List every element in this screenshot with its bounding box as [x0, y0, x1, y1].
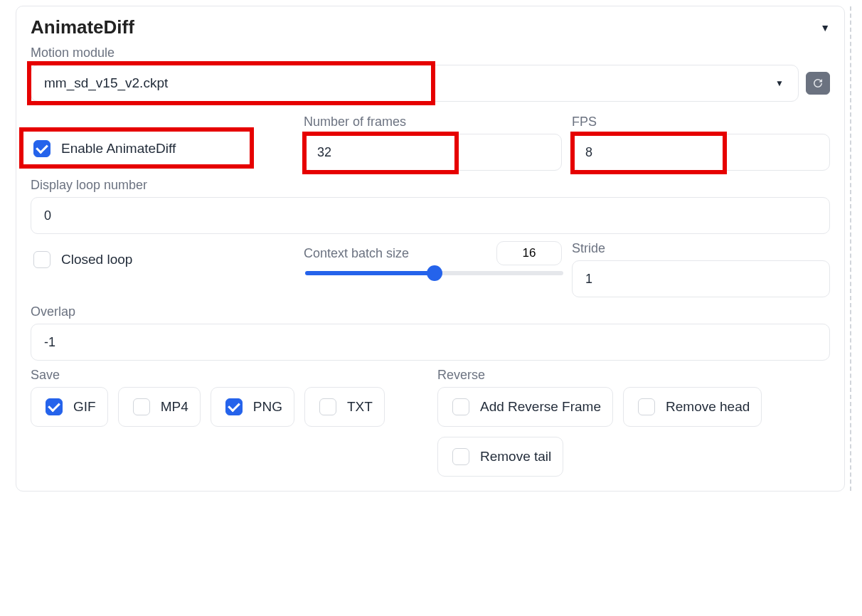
motion-module-label: Motion module — [31, 46, 830, 60]
reverse-checkbox-remove-head[interactable] — [638, 398, 655, 415]
enable-animatediff-label: Enable AnimateDiff — [61, 141, 176, 156]
save-option-gif[interactable]: GIF — [31, 387, 108, 427]
refresh-button[interactable] — [806, 72, 830, 95]
save-option-png[interactable]: PNG — [211, 387, 294, 427]
refresh-icon — [812, 77, 824, 90]
save-section: Save GIFMP4PNGTXT — [31, 368, 423, 477]
save-option-label: PNG — [253, 399, 282, 415]
reverse-checkbox-add-reverse-frame[interactable] — [452, 398, 469, 415]
motion-module-select[interactable]: mm_sd_v15_v2.ckpt ▼ — [31, 65, 799, 102]
save-checkbox-mp4[interactable] — [133, 398, 150, 415]
reverse-option-remove-head[interactable]: Remove head — [623, 387, 762, 427]
reverse-option-label: Remove head — [666, 399, 750, 415]
save-checkbox-gif[interactable] — [46, 398, 63, 415]
closed-loop-label: Closed loop — [61, 252, 132, 267]
motion-module-field: Motion module mm_sd_v15_v2.ckpt ▼ — [31, 46, 830, 102]
closed-loop-row[interactable]: Closed loop — [31, 241, 294, 278]
display-loop-field: Display loop number — [31, 178, 830, 234]
reverse-option-add-reverse-frame[interactable]: Add Reverse Frame — [437, 387, 613, 427]
frames-input[interactable] — [304, 134, 562, 171]
save-option-mp4[interactable]: MP4 — [118, 387, 201, 427]
overlap-input[interactable] — [31, 324, 830, 361]
save-label: Save — [31, 368, 423, 383]
fps-label: FPS — [572, 115, 830, 129]
motion-module-value: mm_sd_v15_v2.ckpt — [44, 75, 168, 91]
closed-loop-checkbox[interactable] — [33, 251, 50, 268]
chevron-down-icon: ▼ — [775, 78, 784, 88]
stride-label: Stride — [572, 241, 830, 256]
overlap-label: Overlap — [31, 304, 830, 319]
reverse-section: Reverse Add Reverse FrameRemove headRemo… — [437, 368, 830, 477]
reverse-option-label: Add Reverse Frame — [480, 399, 601, 415]
animatediff-panel: AnimateDiff ▼ Motion module mm_sd_v15_v2… — [16, 6, 845, 492]
display-loop-input[interactable] — [31, 197, 830, 234]
reverse-option-remove-tail[interactable]: Remove tail — [437, 437, 563, 477]
enable-animatediff-checkbox[interactable] — [33, 140, 50, 157]
stride-input[interactable] — [572, 260, 830, 297]
save-option-txt[interactable]: TXT — [304, 387, 385, 427]
save-option-label: GIF — [73, 399, 96, 415]
save-checkbox-txt[interactable] — [319, 398, 336, 415]
fps-input[interactable] — [572, 134, 830, 171]
context-number-input[interactable] — [496, 241, 562, 265]
context-label: Context batch size — [304, 246, 409, 261]
panel-title: AnimateDiff — [31, 16, 134, 38]
collapse-toggle-icon[interactable]: ▼ — [820, 22, 830, 33]
panel-header: AnimateDiff ▼ — [31, 16, 830, 38]
save-option-label: MP4 — [161, 399, 188, 415]
overlap-field: Overlap — [31, 304, 830, 361]
frames-label: Number of frames — [304, 115, 562, 129]
enable-animatediff-row[interactable]: Enable AnimateDiff — [31, 130, 294, 167]
context-slider[interactable] — [305, 271, 563, 275]
reverse-checkbox-remove-tail[interactable] — [452, 448, 469, 465]
display-loop-label: Display loop number — [31, 178, 830, 193]
save-checkbox-png[interactable] — [225, 398, 243, 415]
reverse-label: Reverse — [437, 368, 830, 383]
reverse-option-label: Remove tail — [480, 449, 551, 464]
save-option-label: TXT — [347, 399, 373, 415]
